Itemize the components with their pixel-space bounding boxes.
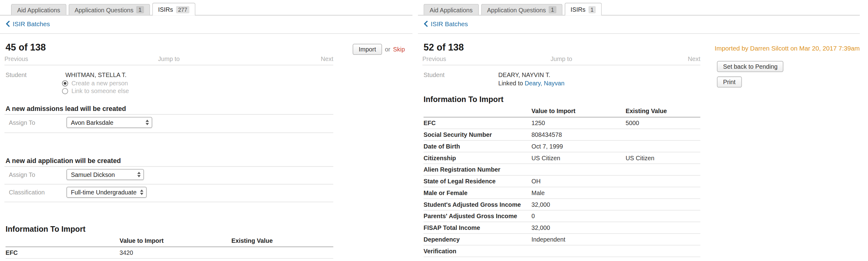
table-row: State of Legal Residence OH [423,176,700,187]
tab-label: Aid Applications [17,6,60,13]
or-text: or [385,46,391,53]
row-value: 3420 [120,249,231,256]
radio-create-new-person[interactable] [62,80,68,86]
import-button[interactable]: Import [352,44,382,55]
divider [4,114,333,115]
row-value: Independent [531,236,626,243]
student-name: WHITMAN, STELLA T. [65,71,127,78]
tab-count-badge: 1 [588,6,595,13]
table-row: EFC 3420 [5,247,333,259]
back-link-isir-batches[interactable]: ISIR Batches [423,21,468,27]
student-field-label: Student [423,71,444,78]
column-header-value: Value to Import [531,108,626,115]
tab-bar: Aid Applications Application Questions 1… [418,3,860,16]
tab-application-questions[interactable]: Application Questions 1 [481,4,562,15]
tab-aid-applications[interactable]: Aid Applications [11,4,66,15]
table-row: Male or Female Male [423,187,700,199]
select-stepper-icon [140,190,144,195]
divider [418,33,860,34]
pager-jump-to[interactable]: Jump to [114,55,223,62]
set-back-to-pending-button[interactable]: Set back to Pending [717,61,784,72]
table-row: FISAP Total Income 32,000 [423,222,700,234]
student-name: DEARY, NAYVIN T. [498,71,550,78]
isir-panel-right: Aid Applications Application Questions 1… [418,0,868,261]
divider [4,202,333,202]
row-existing [626,166,701,173]
information-to-import-heading: Information To Import [423,95,503,104]
row-label: Parents' Adjusted Gross Income [423,213,531,220]
tab-label: Aid Applications [430,6,473,13]
row-label: Verification [423,248,531,255]
back-link-isir-batches[interactable]: ISIR Batches [5,21,50,27]
student-field-label: Student [5,71,27,78]
table-row: Verification [423,245,700,257]
lead-assign-to-label: Assign To [9,119,35,126]
row-value: Male [531,190,626,197]
pager-previous[interactable]: Previous [423,55,515,62]
pager: Previous Jump to Next [423,55,701,62]
back-link-label: ISIR Batches [431,21,468,27]
linked-to-line: Linked to Deary, Nayvan [498,80,564,87]
row-label: Dependency [423,236,531,243]
divider [4,184,333,184]
divider [0,33,412,34]
application-assign-to-select[interactable]: Samuel Dickson [66,169,144,180]
select-value: Full-time Undergraduate [71,189,136,196]
pager-next[interactable]: Next [608,55,701,62]
row-existing [626,213,701,220]
linked-to-prefix: Linked to [498,80,523,87]
pager-previous[interactable]: Previous [4,55,114,62]
tab-isirs[interactable]: ISIRs 277 [152,3,195,16]
radio-label: Create a new person [71,80,128,87]
tab-count-badge: 277 [176,6,189,13]
select-value: Samuel Dickson [71,171,115,178]
row-existing [626,224,701,231]
back-link-label: ISIR Batches [12,21,50,27]
imported-by-note: Imported by Darren Silcott on Mar 20, 20… [715,45,860,52]
tab-label: ISIRs [570,6,585,13]
back-chevron-icon [5,21,10,27]
table-header-row: Value to Import Existing Value [423,106,700,117]
classification-select[interactable]: Full-time Undergraduate [66,187,147,198]
pager-jump-to[interactable]: Jump to [515,55,608,62]
tab-label: Application Questions [487,6,546,13]
import-table: Value to Import Existing Value EFC 3420 [5,236,333,259]
tab-isirs[interactable]: ISIRs 1 [564,3,602,16]
table-row: Dependency Independent [423,234,700,245]
row-label: Date of Birth [423,143,531,150]
linked-person-link[interactable]: Deary, Nayvan [525,80,564,87]
divider [4,166,333,167]
tab-count-badge: 1 [136,6,144,13]
table-row: Citizenship US Citizen US Citizen [423,152,700,164]
radio-row-link-someone-else: Link to someone else [62,88,129,94]
row-value: 0 [531,213,626,220]
radio-link-someone-else[interactable] [62,88,68,94]
divider [423,65,701,65]
tab-aid-applications[interactable]: Aid Applications [423,4,478,15]
lead-assign-to-select[interactable]: Avon Barksdale [66,117,152,128]
record-counter: 45 of 138 [5,42,46,53]
tab-count-badge: 1 [549,6,556,13]
row-value [531,248,626,255]
print-button[interactable]: Print [717,77,741,88]
import-table: Value to Import Existing Value EFC 1250 … [423,106,700,257]
row-label: Student's Adjusted Gross Income [423,201,531,208]
column-header-existing: Existing Value [231,237,334,244]
skip-link[interactable]: Skip [393,46,405,53]
lead-section-heading: A new admissions lead will be created [5,105,126,113]
record-actions: Import or Skip [352,44,405,55]
header-spacer [5,237,120,244]
radio-row-create-new-person: Create a new person [62,80,128,87]
select-stepper-icon [137,172,141,177]
select-value: Avon Barksdale [71,119,113,126]
back-chevron-icon [423,21,428,27]
pager-next[interactable]: Next [223,55,333,62]
row-label: Citizenship [423,155,531,162]
table-row: EFC 1250 5000 [423,117,700,129]
tab-label: ISIRs [158,6,173,13]
row-existing [626,236,701,243]
row-existing [626,143,701,150]
divider [4,65,333,65]
tab-application-questions[interactable]: Application Questions 1 [68,4,150,15]
row-value: 808434578 [531,131,626,138]
